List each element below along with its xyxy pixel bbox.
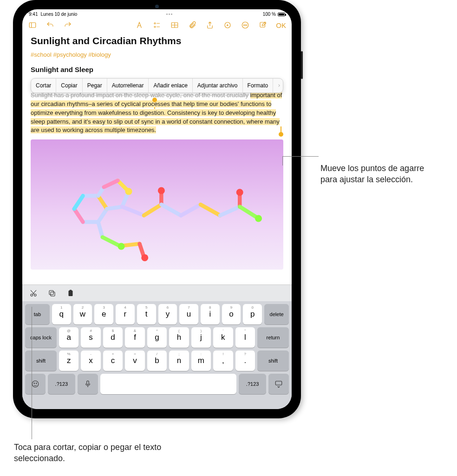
svg-point-19 bbox=[255, 215, 262, 222]
callout-line-right-v bbox=[282, 156, 283, 165]
key-o[interactable]: 9o bbox=[222, 304, 241, 324]
svg-rect-27 bbox=[70, 290, 72, 291]
key-tab[interactable]: tab bbox=[25, 304, 50, 324]
paste-icon[interactable] bbox=[66, 289, 75, 298]
svg-point-3 bbox=[154, 23, 156, 24]
svg-rect-24 bbox=[51, 292, 55, 296]
redo-icon[interactable] bbox=[63, 20, 72, 30]
svg-rect-31 bbox=[87, 381, 89, 384]
status-date: Lunes 10 de junio bbox=[40, 12, 77, 17]
text-format-icon[interactable] bbox=[135, 20, 144, 30]
key-n[interactable]: ;n bbox=[169, 350, 189, 371]
key-dictate[interactable] bbox=[78, 374, 98, 394]
callout-cut-copy-paste: Toca para cortar, copiar o pegar el text… bbox=[14, 442, 163, 464]
note-title: Sunlight and Circadian Rhythms bbox=[31, 35, 283, 46]
key-e[interactable]: 3e bbox=[94, 304, 113, 324]
sidebar-toggle-icon[interactable] bbox=[28, 20, 37, 30]
undo-icon[interactable] bbox=[46, 20, 55, 30]
menu-more-icon[interactable] bbox=[273, 79, 283, 93]
key-h[interactable]: (h bbox=[169, 327, 189, 348]
selected-paragraph[interactable]: Sunlight has a profound impact on the sl… bbox=[31, 91, 283, 135]
svg-rect-32 bbox=[275, 381, 282, 385]
key-space[interactable] bbox=[100, 374, 237, 394]
key-delete[interactable]: delete bbox=[264, 304, 289, 324]
done-button[interactable]: OK bbox=[276, 21, 286, 29]
share-icon[interactable] bbox=[205, 20, 215, 30]
selection-handle-end[interactable] bbox=[279, 132, 283, 137]
key-l[interactable]: "l bbox=[235, 327, 255, 348]
key-g[interactable]: *g bbox=[147, 327, 167, 348]
markup-icon[interactable] bbox=[223, 20, 232, 30]
svg-point-30 bbox=[36, 383, 37, 384]
svg-rect-25 bbox=[49, 291, 53, 295]
attachment-icon[interactable] bbox=[188, 20, 197, 30]
power-button bbox=[301, 51, 303, 79]
key-q[interactable]: 1q bbox=[52, 304, 71, 324]
key-a[interactable]: @a bbox=[59, 327, 78, 348]
note-tags[interactable]: #school #psychology #biology bbox=[31, 51, 283, 58]
more-icon[interactable] bbox=[241, 20, 250, 30]
key-period[interactable]: ?. bbox=[235, 350, 255, 371]
svg-point-13 bbox=[245, 25, 246, 26]
status-time: 9:41 bbox=[29, 12, 38, 17]
key-x[interactable]: -x bbox=[81, 350, 100, 371]
menu-attach-file[interactable]: Adjuntar archivo bbox=[193, 79, 243, 93]
key-p[interactable]: 0p bbox=[243, 304, 262, 324]
key-b[interactable]: /b bbox=[147, 350, 167, 371]
key-emoji[interactable] bbox=[25, 374, 46, 394]
key-z[interactable]: %z bbox=[59, 350, 78, 371]
svg-point-16 bbox=[125, 188, 132, 195]
ipad-frame: 9:41 Lunes 10 de junio 100 % bbox=[13, 0, 301, 418]
key-numbers-left[interactable]: .?123 bbox=[48, 374, 75, 394]
key-r[interactable]: 4r bbox=[116, 304, 135, 324]
key-comma[interactable]: !, bbox=[213, 350, 233, 371]
svg-point-28 bbox=[32, 381, 39, 387]
svg-rect-26 bbox=[69, 291, 73, 296]
key-f[interactable]: &f bbox=[125, 327, 144, 348]
note-content[interactable]: Sunlight and Circadian Rhythms #school #… bbox=[22, 33, 292, 272]
checklist-icon[interactable] bbox=[152, 20, 162, 30]
key-m[interactable]: :m bbox=[191, 350, 211, 371]
key-w[interactable]: 2w bbox=[73, 304, 92, 324]
copy-icon[interactable] bbox=[47, 289, 57, 298]
key-j[interactable]: )j bbox=[191, 327, 211, 348]
key-numbers-right[interactable]: .?123 bbox=[239, 374, 266, 394]
key-shift-right[interactable]: shift bbox=[257, 350, 289, 371]
key-c[interactable]: +c bbox=[103, 350, 123, 371]
key-d[interactable]: $d bbox=[103, 327, 123, 348]
notes-toolbar: OK bbox=[22, 18, 292, 33]
selection-handle-start[interactable] bbox=[152, 98, 157, 102]
note-image-molecule[interactable] bbox=[31, 139, 283, 270]
menu-copy[interactable]: Copiar bbox=[56, 79, 82, 93]
menu-format[interactable]: Formato bbox=[243, 79, 274, 93]
multitask-dots[interactable] bbox=[77, 13, 261, 15]
key-hide-keyboard[interactable] bbox=[268, 374, 289, 394]
menu-add-link[interactable]: Añadir enlace bbox=[149, 79, 192, 93]
menu-paste[interactable]: Pegar bbox=[83, 79, 107, 93]
key-shift-left[interactable]: shift bbox=[25, 350, 57, 371]
molecule-illustration bbox=[31, 139, 283, 270]
svg-point-14 bbox=[247, 25, 248, 26]
key-v[interactable]: =v bbox=[125, 350, 144, 371]
svg-point-21 bbox=[141, 254, 148, 261]
callout-selection-handles: Mueve los puntos de agarre para ajustar … bbox=[320, 163, 441, 185]
key-i[interactable]: 8i bbox=[201, 304, 220, 324]
table-icon[interactable] bbox=[170, 20, 179, 30]
svg-point-29 bbox=[34, 383, 35, 384]
svg-point-17 bbox=[158, 187, 165, 194]
cut-icon[interactable] bbox=[29, 289, 38, 298]
note-subtitle: Sunlight and Sleep bbox=[31, 66, 283, 73]
key-t[interactable]: 5t bbox=[137, 304, 156, 324]
menu-autofill[interactable]: Autorrellenar bbox=[107, 79, 149, 93]
screen: 9:41 Lunes 10 de junio 100 % bbox=[22, 9, 292, 409]
text-selection-menu: Cortar Copiar Pegar Autorrellenar Añadir… bbox=[31, 78, 283, 93]
key-y[interactable]: 6y bbox=[158, 304, 177, 324]
compose-icon[interactable] bbox=[258, 20, 268, 30]
callout-line-bottom bbox=[32, 307, 32, 439]
key-capslock[interactable]: caps lock bbox=[25, 327, 57, 348]
key-s[interactable]: #s bbox=[81, 327, 100, 348]
key-k[interactable]: 'k bbox=[213, 327, 233, 348]
menu-cut[interactable]: Cortar bbox=[31, 79, 56, 93]
key-return[interactable]: return bbox=[257, 327, 289, 348]
key-u[interactable]: 7u bbox=[179, 304, 198, 324]
